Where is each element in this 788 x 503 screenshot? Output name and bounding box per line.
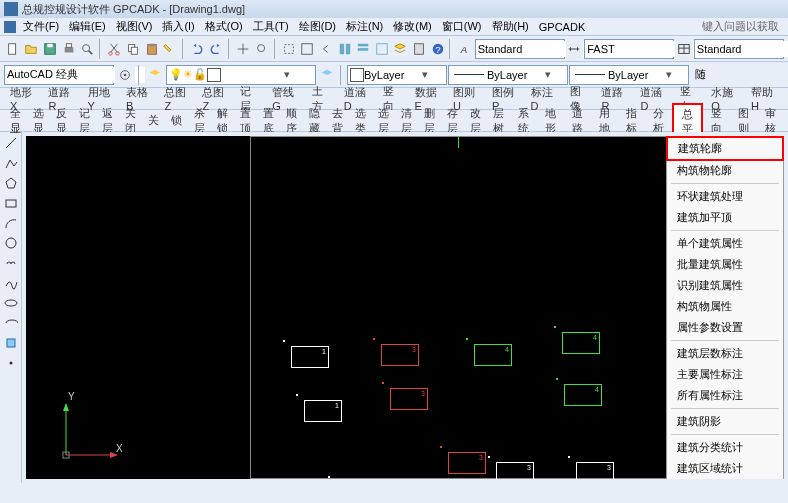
table-style-combo[interactable]: ▾ <box>694 39 784 59</box>
props-button[interactable] <box>354 39 372 59</box>
dim-style-icon[interactable] <box>566 39 584 59</box>
save-button[interactable] <box>41 39 59 59</box>
layer-props-button[interactable] <box>145 65 165 85</box>
new-button[interactable] <box>4 39 22 59</box>
chevron-down-icon[interactable]: ▾ <box>663 68 675 81</box>
menu-item[interactable]: 建筑加平顶 <box>667 207 783 228</box>
chevron-down-icon[interactable]: ▾ <box>419 68 431 81</box>
table-style-icon[interactable] <box>675 39 693 59</box>
menu-item[interactable]: 建筑轮廓 <box>666 136 784 161</box>
zoom-button[interactable] <box>253 39 271 59</box>
text-style-combo[interactable]: ▾ <box>475 39 565 59</box>
cut-button[interactable] <box>106 39 124 59</box>
preview-button[interactable] <box>78 39 96 59</box>
building-rect[interactable]: 3 <box>381 344 419 366</box>
dc-button[interactable] <box>336 39 354 59</box>
menu-format[interactable]: 格式(O) <box>200 19 248 34</box>
lineweight-combo[interactable]: ▾ <box>569 65 689 85</box>
menu-modify[interactable]: 修改(M) <box>388 19 437 34</box>
color-combo[interactable]: ▾ <box>347 65 447 85</box>
menu-window[interactable]: 窗口(W) <box>437 19 487 34</box>
linetype-input[interactable] <box>487 67 542 83</box>
layer-input[interactable] <box>221 67 281 83</box>
chevron-down-icon[interactable]: ▾ <box>281 68 293 81</box>
print-button[interactable] <box>60 39 78 59</box>
menu-item[interactable]: 批量建筑属性 <box>667 254 783 275</box>
menu-item[interactable]: 所有属性标注 <box>667 385 783 406</box>
undo-button[interactable] <box>189 39 207 59</box>
arc-tool[interactable] <box>2 214 20 232</box>
polygon-tool[interactable] <box>2 174 20 192</box>
building-rect[interactable]: 3 <box>496 462 534 479</box>
zoom-window-button[interactable] <box>280 39 298 59</box>
pline-tool[interactable] <box>2 154 20 172</box>
menu-view[interactable]: 视图(V) <box>111 19 158 34</box>
menu-item[interactable]: 建筑区域统计 <box>667 458 783 479</box>
menu-item[interactable]: 建筑分类统计 <box>667 437 783 458</box>
dim-style-combo[interactable]: ▾ <box>584 39 674 59</box>
menu-item[interactable]: 环状建筑处理 <box>667 186 783 207</box>
point-tool[interactable] <box>2 354 20 372</box>
calc-button[interactable] <box>410 39 428 59</box>
menu-item[interactable]: 属性参数设置 <box>667 317 783 338</box>
layer-button[interactable] <box>392 39 410 59</box>
ellipse-arc-tool[interactable] <box>2 314 20 332</box>
text-style-icon[interactable]: A <box>456 39 474 59</box>
menu-gpcadk[interactable]: GPCADK <box>534 21 590 33</box>
cmd-tab[interactable]: 锁 <box>165 112 188 129</box>
color-input[interactable] <box>364 67 419 83</box>
menu-tools[interactable]: 工具(T) <box>248 19 294 34</box>
zoom-extents-button[interactable] <box>299 39 317 59</box>
zoom-prev-button[interactable] <box>317 39 335 59</box>
menu-file[interactable]: 文件(F) <box>18 19 64 34</box>
block-tool[interactable] <box>2 334 20 352</box>
tp-button[interactable] <box>373 39 391 59</box>
circle-tool[interactable] <box>2 234 20 252</box>
layer-combo[interactable]: 💡 ☀ 🔓 ▾ <box>166 65 316 85</box>
workspace-combo[interactable]: ▾ <box>4 65 114 85</box>
open-button[interactable] <box>23 39 41 59</box>
paste-button[interactable] <box>143 39 161 59</box>
menu-item[interactable]: 主要属性标注 <box>667 364 783 385</box>
layer-prev-button[interactable] <box>317 65 337 85</box>
drawing-canvas[interactable]: 11113334443333 Y X 建筑轮廓构筑物轮廓环状建筑处理建筑加平顶单… <box>26 136 784 479</box>
cmd-tab[interactable]: 关 <box>142 112 165 129</box>
bycolor-button[interactable]: 随 <box>690 65 711 85</box>
menu-item[interactable]: 单个建筑属性 <box>667 233 783 254</box>
menu-item[interactable]: 构筑物属性 <box>667 296 783 317</box>
help-icon[interactable]: ? <box>429 39 447 59</box>
ellipse-tool[interactable] <box>2 294 20 312</box>
menu-help[interactable]: 帮助(H) <box>487 19 534 34</box>
building-rect[interactable]: 3 <box>448 452 486 474</box>
building-rect[interactable]: 3 <box>576 462 614 479</box>
pan-button[interactable] <box>234 39 252 59</box>
menu-draw[interactable]: 绘图(D) <box>294 19 341 34</box>
menu-insert[interactable]: 插入(I) <box>157 19 199 34</box>
table-style-input[interactable] <box>697 41 788 57</box>
rect-tool[interactable] <box>2 194 20 212</box>
match-button[interactable] <box>161 39 179 59</box>
menu-item[interactable]: 构筑物轮廓 <box>667 160 783 181</box>
building-rect[interactable]: 4 <box>562 332 600 354</box>
redo-button[interactable] <box>207 39 225 59</box>
building-rect[interactable]: 1 <box>304 400 342 422</box>
menu-item[interactable]: 建筑层数标注 <box>667 343 783 364</box>
line-tool[interactable] <box>2 134 20 152</box>
chevron-down-icon[interactable]: ▾ <box>542 68 554 81</box>
svg-rect-21 <box>415 43 424 54</box>
menu-dim[interactable]: 标注(N) <box>341 19 388 34</box>
building-rect[interactable]: 4 <box>474 344 512 366</box>
building-rect[interactable]: 1 <box>291 346 329 368</box>
ws-settings-icon[interactable] <box>115 65 135 85</box>
menu-item[interactable]: 识别建筑属性 <box>667 275 783 296</box>
building-rect[interactable]: 3 <box>390 388 428 410</box>
lineweight-input[interactable] <box>608 67 663 83</box>
linetype-combo[interactable]: ▾ <box>448 65 568 85</box>
help-prompt[interactable]: 键入问题以获取 <box>697 19 784 34</box>
revcloud-tool[interactable] <box>2 254 20 272</box>
menu-item[interactable]: 建筑阴影 <box>667 411 783 432</box>
building-rect[interactable]: 4 <box>564 384 602 406</box>
menu-edit[interactable]: 编辑(E) <box>64 19 111 34</box>
copy-button[interactable] <box>124 39 142 59</box>
spline-tool[interactable] <box>2 274 20 292</box>
